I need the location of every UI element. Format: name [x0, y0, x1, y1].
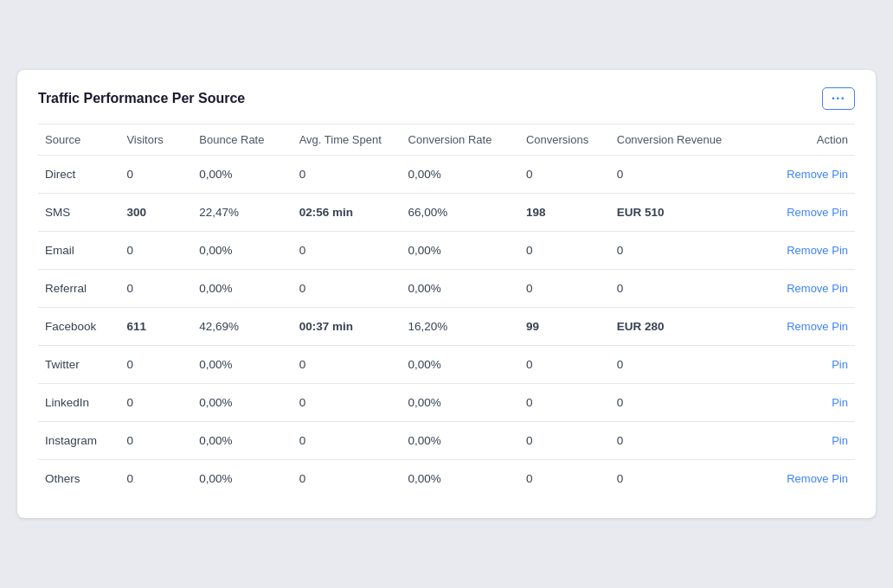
cell-avg-time: 02:56 min [292, 194, 402, 232]
cell-visitors: 0 [119, 270, 192, 308]
cell-action: Remove Pin [755, 156, 855, 194]
cell-conversions: 0 [519, 156, 610, 194]
table-row: LinkedIn 0 0,00% 0 0,00% 0 0 Pin [38, 384, 855, 422]
cell-source: Referral [38, 270, 119, 308]
cell-visitors: 611 [119, 308, 192, 346]
table-row: Instagram 0 0,00% 0 0,00% 0 0 Pin [38, 422, 855, 460]
col-header-visitors: Visitors [119, 125, 192, 156]
cell-conv-rate: 66,00% [402, 194, 519, 232]
action-button[interactable]: Pin [832, 396, 848, 409]
table-header-row: Source Visitors Bounce Rate Avg. Time Sp… [38, 125, 855, 156]
table-row: Referral 0 0,00% 0 0,00% 0 0 Remove Pin [38, 270, 855, 308]
cell-conv-rate: 0,00% [402, 156, 519, 194]
cell-bounce-rate: 42,69% [192, 308, 292, 346]
cell-action: Pin [755, 346, 855, 384]
action-button[interactable]: Remove Pin [787, 168, 848, 181]
cell-conv-rate: 0,00% [402, 232, 519, 270]
cell-conv-revenue: 0 [610, 384, 755, 422]
cell-conv-revenue: 0 [610, 232, 755, 270]
cell-conv-revenue: EUR 510 [610, 194, 755, 232]
cell-visitors: 300 [119, 194, 192, 232]
cell-conv-rate: 0,00% [402, 422, 519, 460]
cell-visitors: 0 [119, 232, 192, 270]
col-header-conversions: Conversions [519, 125, 610, 156]
table-row: Facebook 611 42,69% 00:37 min 16,20% 99 … [38, 308, 855, 346]
cell-source: Instagram [38, 422, 119, 460]
cell-source: LinkedIn [38, 384, 119, 422]
card-title: Traffic Performance Per Source [38, 91, 245, 106]
cell-conv-revenue: 0 [610, 270, 755, 308]
cell-action: Remove Pin [755, 194, 855, 232]
cell-conv-revenue: 0 [610, 156, 755, 194]
cell-bounce-rate: 0,00% [192, 156, 292, 194]
cell-source: Others [38, 460, 119, 498]
cell-avg-time: 0 [292, 346, 402, 384]
action-button[interactable]: Remove Pin [787, 206, 848, 219]
cell-conversions: 0 [519, 460, 610, 498]
cell-avg-time: 0 [292, 384, 402, 422]
cell-source: Direct [38, 156, 119, 194]
cell-avg-time: 0 [292, 232, 402, 270]
action-button[interactable]: Remove Pin [787, 320, 848, 333]
cell-avg-time: 0 [292, 460, 402, 498]
col-header-conversion-revenue: Conversion Revenue [610, 125, 755, 156]
cell-visitors: 0 [119, 346, 192, 384]
cell-avg-time: 0 [292, 422, 402, 460]
cell-conv-revenue: EUR 280 [610, 308, 755, 346]
cell-conv-rate: 16,20% [402, 308, 519, 346]
cell-conversions: 0 [519, 346, 610, 384]
table-row: Direct 0 0,00% 0 0,00% 0 0 Remove Pin [38, 156, 855, 194]
cell-action: Pin [755, 422, 855, 460]
cell-action: Remove Pin [755, 232, 855, 270]
action-button[interactable]: Remove Pin [787, 282, 848, 295]
cell-bounce-rate: 0,00% [192, 384, 292, 422]
cell-visitors: 0 [119, 384, 192, 422]
col-header-bounce-rate: Bounce Rate [192, 125, 292, 156]
action-button[interactable]: Remove Pin [787, 244, 848, 257]
cell-avg-time: 00:37 min [292, 308, 402, 346]
cell-source: Twitter [38, 346, 119, 384]
table-row: SMS 300 22,47% 02:56 min 66,00% 198 EUR … [38, 194, 855, 232]
cell-conversions: 0 [519, 232, 610, 270]
traffic-performance-card: Traffic Performance Per Source ··· Sourc… [17, 70, 876, 518]
cell-visitors: 0 [119, 422, 192, 460]
cell-conv-revenue: 0 [610, 346, 755, 384]
cell-avg-time: 0 [292, 156, 402, 194]
cell-bounce-rate: 0,00% [192, 270, 292, 308]
cell-action: Remove Pin [755, 460, 855, 498]
cell-bounce-rate: 0,00% [192, 460, 292, 498]
cell-action: Remove Pin [755, 308, 855, 346]
table-row: Email 0 0,00% 0 0,00% 0 0 Remove Pin [38, 232, 855, 270]
action-button[interactable]: Remove Pin [787, 472, 848, 485]
cell-visitors: 0 [119, 460, 192, 498]
traffic-table: Source Visitors Bounce Rate Avg. Time Sp… [38, 124, 855, 497]
cell-visitors: 0 [119, 156, 192, 194]
cell-conversions: 198 [519, 194, 610, 232]
cell-bounce-rate: 22,47% [192, 194, 292, 232]
cell-conversions: 0 [519, 270, 610, 308]
cell-conv-rate: 0,00% [402, 346, 519, 384]
col-header-source: Source [38, 125, 119, 156]
cell-conversions: 0 [519, 422, 610, 460]
table-row: Twitter 0 0,00% 0 0,00% 0 0 Pin [38, 346, 855, 384]
col-header-conversion-rate: Conversion Rate [402, 125, 519, 156]
cell-bounce-rate: 0,00% [192, 346, 292, 384]
cell-conversions: 99 [519, 308, 610, 346]
cell-avg-time: 0 [292, 270, 402, 308]
col-header-action: Action [755, 125, 855, 156]
cell-source: Facebook [38, 308, 119, 346]
cell-bounce-rate: 0,00% [192, 422, 292, 460]
table-row: Others 0 0,00% 0 0,00% 0 0 Remove Pin [38, 460, 855, 498]
action-button[interactable]: Pin [832, 358, 848, 371]
cell-action: Pin [755, 384, 855, 422]
cell-conversions: 0 [519, 384, 610, 422]
cell-conv-rate: 0,00% [402, 460, 519, 498]
more-options-button[interactable]: ··· [822, 87, 855, 110]
action-button[interactable]: Pin [832, 434, 848, 447]
cell-bounce-rate: 0,00% [192, 232, 292, 270]
col-header-avg-time: Avg. Time Spent [292, 125, 402, 156]
cell-conv-revenue: 0 [610, 422, 755, 460]
card-header: Traffic Performance Per Source ··· [38, 87, 855, 110]
cell-source: Email [38, 232, 119, 270]
cell-conv-rate: 0,00% [402, 270, 519, 308]
